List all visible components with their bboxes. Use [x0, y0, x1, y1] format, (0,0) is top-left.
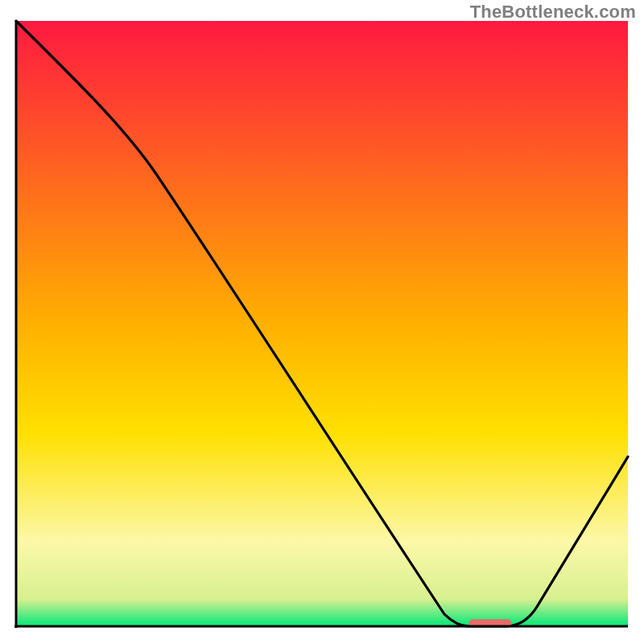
- watermark-text: TheBottleneck.com: [470, 2, 636, 23]
- gradient-background: [16, 21, 628, 626]
- chart-frame: TheBottleneck.com: [0, 0, 644, 644]
- bottleneck-chart: [0, 0, 644, 644]
